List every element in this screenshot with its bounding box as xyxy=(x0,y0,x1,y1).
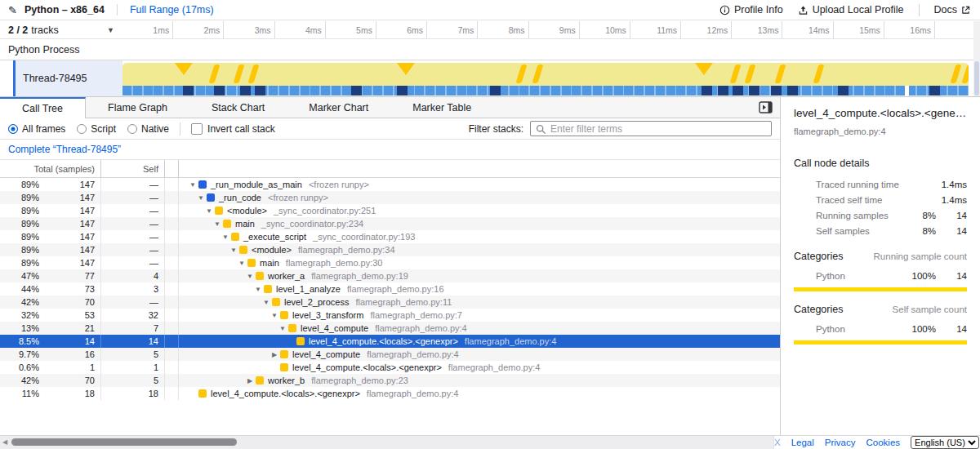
collapse-twisty-icon[interactable]: ▼ xyxy=(220,233,231,241)
file-location: flamegraph_demo.py:30 xyxy=(286,258,383,268)
table-row[interactable]: 44%733▼level_1_analyzeflamegraph_demo.py… xyxy=(0,282,780,296)
radio-all-frames[interactable]: All frames xyxy=(8,123,65,135)
dismiss-link[interactable]: X xyxy=(774,438,781,447)
column-total-samples[interactable]: Total (samples) xyxy=(0,160,101,177)
collapse-twisty-icon[interactable]: ▼ xyxy=(228,247,239,254)
collapse-twisty-icon[interactable]: ▼ xyxy=(277,325,288,332)
collapse-twisty-icon[interactable]: ▼ xyxy=(261,299,272,306)
detail-label: Traced self time xyxy=(816,195,903,205)
category-square-icon xyxy=(207,193,215,202)
radio-label: Script xyxy=(91,123,116,135)
table-row[interactable]: 89%147—▼main_sync_coordinator.py:234 xyxy=(0,217,780,230)
row-spacer xyxy=(165,230,179,243)
table-row[interactable]: 13%217▼level_4_computeflamegraph_demo.py… xyxy=(0,322,780,335)
expand-twisty-icon[interactable]: ▶ xyxy=(269,351,280,358)
table-row[interactable]: 89%147—▼mainflamegraph_demo.py:30 xyxy=(0,256,780,269)
row-spacer xyxy=(165,243,179,256)
table-row[interactable]: 42%705▶worker_bflamegraph_demo.py:23 xyxy=(0,374,780,387)
radio-script[interactable]: Script xyxy=(77,123,116,135)
top-bar-divider xyxy=(919,4,920,16)
tab-call-tree[interactable]: Call Tree xyxy=(0,97,86,118)
breadcrumb-root-button[interactable]: Complete “Thread-78495” xyxy=(8,144,121,155)
ruler-tick-label: 8ms xyxy=(478,21,528,38)
profile-info-button[interactable]: Profile Info xyxy=(719,4,783,16)
vertical-scrollbar-thumb[interactable] xyxy=(974,61,979,96)
tab-marker-table[interactable]: Marker Table xyxy=(390,97,493,118)
function-name: worker_a xyxy=(268,271,305,281)
docs-link[interactable]: Docs xyxy=(934,4,970,16)
table-row[interactable]: 47%774▼worker_aflamegraph_demo.py:19 xyxy=(0,269,780,282)
tracks-dropdown[interactable]: 2 / 2 tracks ▼ xyxy=(0,21,122,38)
footer-link-cookies[interactable]: Cookies xyxy=(866,438,901,447)
thread-samples-strip[interactable] xyxy=(122,86,969,96)
jank-marker-triangle-icon xyxy=(175,63,193,75)
table-row[interactable]: 42%70—▼level_2_processflamegraph_demo.py… xyxy=(0,296,780,309)
thread-track-label-cell[interactable]: Thread-78495 xyxy=(16,60,122,96)
collapse-twisty-icon[interactable]: ▼ xyxy=(236,260,247,267)
category-row: Python100%14 xyxy=(794,268,967,283)
chevron-down-icon[interactable]: ▼ xyxy=(107,26,114,34)
collapse-twisty-icon[interactable]: ▼ xyxy=(187,181,198,189)
horizontal-scrollbar-thumb[interactable] xyxy=(11,438,237,446)
table-row[interactable]: 9.7%165▶level_4_computeflamegraph_demo.p… xyxy=(0,348,780,361)
tab-stack-chart[interactable]: Stack Chart xyxy=(189,97,287,118)
tree-cell: ▼_run_module_as_main<frozen runpy> xyxy=(179,180,780,189)
scroll-left-arrow-icon[interactable]: ◀ xyxy=(2,438,7,446)
panel-tab-bar: Call TreeFlame GraphStack ChartMarker Ch… xyxy=(0,97,780,118)
frame-filter-radios: All framesScriptNative xyxy=(8,123,169,135)
ruler-tick-label: 7ms xyxy=(427,21,478,38)
radio-native[interactable]: Native xyxy=(127,123,169,135)
table-row[interactable]: 89%147—▼<module>_sync_coordinator.py:251 xyxy=(0,204,780,217)
language-select[interactable]: English (US) xyxy=(911,436,979,449)
collapse-twisty-icon[interactable]: ▼ xyxy=(212,220,223,228)
self-samples: 1 xyxy=(101,361,165,374)
radio-icon[interactable] xyxy=(8,124,18,134)
thread-activity-graph[interactable] xyxy=(122,63,969,86)
tracks-word: tracks xyxy=(31,24,58,36)
main-panel: Call TreeFlame GraphStack ChartMarker Ch… xyxy=(0,97,980,435)
footer-link-privacy[interactable]: Privacy xyxy=(825,438,856,447)
category-square-icon xyxy=(280,311,288,319)
table-row[interactable]: 89%147—▼_execute_script_sync_coordinator… xyxy=(0,230,780,243)
collapse-twisty-icon[interactable]: ▼ xyxy=(252,286,264,293)
tab-flame-graph[interactable]: Flame Graph xyxy=(86,97,189,118)
radio-icon[interactable] xyxy=(77,124,87,134)
collapse-twisty-icon[interactable]: ▼ xyxy=(244,273,256,280)
table-row[interactable]: 89%147—▼_run_module_as_main<frozen runpy… xyxy=(0,178,780,191)
thread-track-row[interactable]: Thread-78495 xyxy=(0,60,980,97)
table-row[interactable]: 89%147—▼<module>flamegraph_demo.py:34 xyxy=(0,243,780,256)
invert-call-stack-checkbox[interactable]: Invert call stack xyxy=(191,123,275,135)
table-row[interactable]: 8.5%1414level_4_compute.<locals>.<genexp… xyxy=(0,335,780,348)
sidebar-toggle-button[interactable] xyxy=(759,101,773,113)
sidebar-file-location: flamegraph_demo.py:4 xyxy=(794,127,967,136)
upload-local-profile-button[interactable]: Upload Local Profile xyxy=(798,4,904,16)
tab-marker-chart[interactable]: Marker Chart xyxy=(287,97,390,118)
horizontal-scrollbar[interactable]: ◀ xyxy=(0,436,774,449)
ruler-tick-label: 5ms xyxy=(326,21,376,38)
detail-value: 14 xyxy=(936,226,967,236)
top-bar: ✎ Python – x86_64 Full Range (17ms) Prof… xyxy=(0,0,980,20)
function-name: _execute_script xyxy=(243,232,306,242)
collapse-twisty-icon[interactable]: ▼ xyxy=(203,207,215,215)
collapse-twisty-icon[interactable]: ▼ xyxy=(269,312,280,319)
total-samples: 70 xyxy=(41,374,101,387)
footer-link-legal[interactable]: Legal xyxy=(791,438,814,447)
radio-icon[interactable] xyxy=(127,124,137,134)
edit-profile-name-icon[interactable]: ✎ xyxy=(8,4,17,16)
tracks-vertical-scrollbar[interactable] xyxy=(973,21,980,96)
column-self[interactable]: Self xyxy=(101,160,165,177)
filter-stacks-input[interactable] xyxy=(531,123,771,135)
full-range-button[interactable]: Full Range (17ms) xyxy=(117,4,214,16)
ruler-ticks: 1ms2ms3ms4ms5ms6ms7ms8ms9ms10ms11ms12ms1… xyxy=(122,21,980,38)
expand-twisty-icon[interactable]: ▶ xyxy=(244,377,256,385)
table-row[interactable]: 0.6%11level_4_compute.<locals>.<genexpr>… xyxy=(0,361,780,374)
profile-info-label: Profile Info xyxy=(734,4,783,16)
collapse-twisty-icon[interactable]: ▼ xyxy=(195,194,207,202)
table-row[interactable]: 11%1818level_4_compute.<locals>.<genexpr… xyxy=(0,387,780,400)
table-row[interactable]: 89%147—▼_run_code<frozen runpy> xyxy=(0,191,780,204)
process-track-row[interactable]: Python Process xyxy=(0,40,980,60)
table-row[interactable]: 32%5332▼level_3_transformflamegraph_demo… xyxy=(0,309,780,322)
category-square-icon xyxy=(215,207,223,215)
total-percent: 89% xyxy=(0,243,41,256)
checkbox-icon[interactable] xyxy=(191,123,203,135)
